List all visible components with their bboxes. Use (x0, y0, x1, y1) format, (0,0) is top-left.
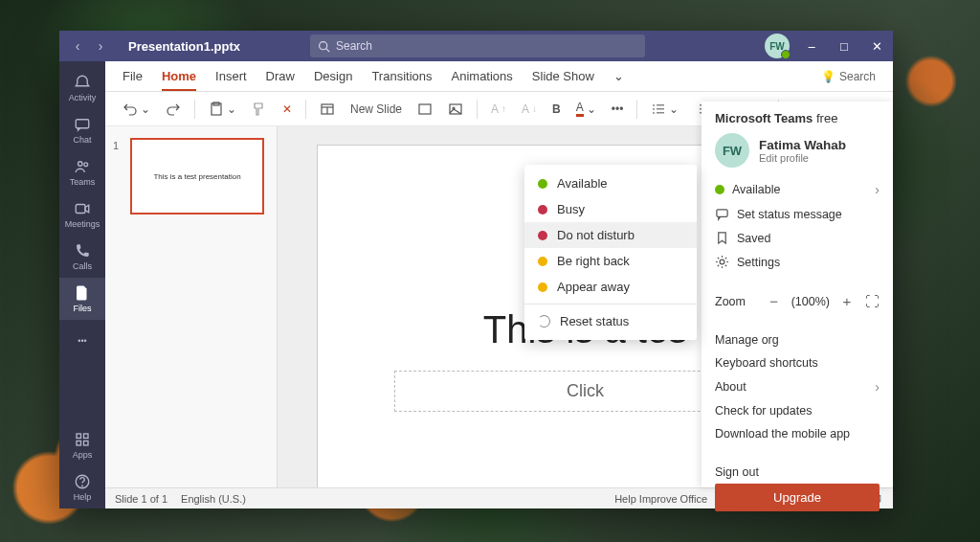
svg-rect-33 (717, 210, 727, 217)
edit-profile-link[interactable]: Edit profile (759, 152, 846, 164)
chevron-right-icon: › (875, 182, 880, 197)
rail-apps[interactable]: Apps (59, 424, 105, 466)
manage-org-link[interactable]: Manage org (715, 328, 880, 351)
svg-rect-8 (77, 441, 81, 446)
busy-dot-icon (538, 205, 547, 215)
rail-calls[interactable]: Calls (59, 236, 105, 278)
bold-button[interactable]: B (548, 101, 565, 118)
svg-point-0 (320, 41, 327, 49)
zoom-value: (100%) (791, 295, 830, 308)
rail-more[interactable]: ••• (59, 320, 105, 362)
svg-rect-25 (657, 112, 664, 114)
tab-home[interactable]: Home (162, 63, 196, 91)
bullets-button[interactable]: ⌄ (647, 100, 682, 119)
ribbon-tabs: File Home Insert Draw Design Transitions… (105, 61, 893, 92)
help-improve-link[interactable]: Help Improve Office (614, 493, 707, 505)
svg-point-24 (653, 112, 655, 114)
svg-point-20 (653, 104, 655, 106)
fullscreen-button[interactable]: ⛶ (864, 293, 880, 309)
available-dot-icon (538, 179, 547, 189)
layout-button[interactable] (316, 100, 339, 119)
rail-chat[interactable]: Chat (59, 109, 105, 151)
svg-point-11 (82, 486, 83, 486)
status-busy[interactable]: Busy (524, 196, 697, 222)
bookmark-icon (715, 231, 729, 245)
svg-point-4 (84, 163, 88, 167)
rail-activity[interactable]: Activity (59, 67, 105, 109)
about-link[interactable]: About› (715, 374, 880, 399)
reset-icon (538, 315, 550, 327)
svg-rect-9 (84, 441, 89, 446)
more-font-button[interactable]: ••• (608, 101, 628, 118)
status-reset[interactable]: Reset status (524, 308, 697, 334)
redo-button[interactable] (162, 100, 185, 119)
message-icon (715, 207, 729, 221)
tab-transitions[interactable]: Transitions (371, 63, 432, 89)
profile-avatar: FW (715, 133, 749, 168)
maximize-button[interactable]: □ (828, 31, 860, 61)
rail-teams[interactable]: Teams (59, 151, 105, 193)
status-dnd[interactable]: Do not disturb (524, 222, 697, 248)
svg-rect-23 (657, 108, 664, 110)
undo-button[interactable]: ⌄ (119, 100, 154, 119)
new-slide-button[interactable]: New Slide (346, 101, 406, 118)
delete-button[interactable]: ✕ (278, 101, 296, 118)
svg-point-22 (653, 108, 655, 110)
font-decrease-button[interactable]: A↓ (518, 101, 541, 118)
thumbnail-panel: 1 This is a test presentation (105, 126, 278, 487)
saved-button[interactable]: Saved (715, 226, 880, 250)
check-updates-link[interactable]: Check for updates (715, 399, 880, 422)
tab-animations[interactable]: Animations (452, 63, 513, 89)
status-available[interactable]: Available (524, 170, 697, 196)
lightbulb-icon: 💡 (821, 70, 835, 83)
slide-number: 1 (113, 140, 119, 151)
status-selector[interactable]: Available› (715, 177, 880, 202)
keyboard-shortcuts-link[interactable]: Keyboard shortcuts (715, 351, 880, 374)
profile-name: Fatima Wahab (759, 138, 846, 152)
sign-out-link[interactable]: Sign out (715, 461, 880, 484)
window-title: Presentation1.pptx (128, 39, 240, 54)
set-status-button[interactable]: Set status message (715, 202, 880, 226)
tab-file[interactable]: File (122, 63, 143, 89)
svg-rect-17 (419, 104, 431, 114)
svg-rect-5 (76, 205, 85, 214)
language-indicator[interactable]: English (U.S.) (181, 493, 246, 505)
svg-line-1 (326, 48, 329, 51)
upgrade-button[interactable]: Upgrade (715, 484, 880, 511)
brb-dot-icon (538, 257, 547, 266)
tab-draw[interactable]: Draw (266, 63, 295, 89)
gear-icon (715, 255, 729, 269)
nav-forward-button[interactable]: › (90, 35, 111, 56)
zoom-control: Zoom − (100%) + ⛶ (715, 289, 880, 313)
tab-design[interactable]: Design (314, 63, 352, 89)
close-button[interactable]: ✕ (860, 31, 893, 61)
profile-panel: Microsoft Teams free FW Fatima Wahab Edi… (702, 102, 893, 487)
download-app-link[interactable]: Download the mobile app (715, 422, 880, 445)
user-avatar[interactable]: FW (765, 34, 790, 58)
search-input[interactable]: Search (310, 34, 645, 57)
nav-back-button[interactable]: ‹ (67, 35, 88, 56)
tab-insert[interactable]: Insert (215, 63, 247, 89)
minimize-button[interactable]: ‒ (795, 31, 828, 61)
status-away[interactable]: Appear away (524, 274, 697, 300)
ribbon-search[interactable]: 💡Search (821, 70, 876, 83)
textbox-button[interactable] (413, 100, 436, 119)
zoom-out-button[interactable]: − (767, 293, 782, 309)
rail-files[interactable]: Files (59, 278, 105, 320)
rail-meetings[interactable]: Meetings (59, 193, 105, 236)
status-brb[interactable]: Be right back (524, 248, 697, 274)
font-color-button[interactable]: A ⌄ (572, 99, 600, 119)
settings-button[interactable]: Settings (715, 250, 880, 274)
tab-slideshow[interactable]: Slide Show (532, 63, 594, 89)
picture-button[interactable] (444, 100, 467, 119)
tab-more[interactable]: ⌄ (613, 63, 624, 89)
rail-help[interactable]: Help (59, 466, 105, 508)
svg-point-3 (78, 162, 83, 167)
slide-thumbnail[interactable]: This is a test presentation (130, 138, 264, 215)
chevron-right-icon: › (875, 379, 880, 395)
format-painter-button[interactable] (248, 100, 271, 119)
zoom-in-button[interactable]: + (839, 293, 855, 309)
font-increase-button[interactable]: A↑ (487, 101, 510, 118)
paste-button[interactable]: ⌄ (205, 100, 240, 119)
status-menu: Available Busy Do not disturb Be right b… (524, 165, 697, 340)
